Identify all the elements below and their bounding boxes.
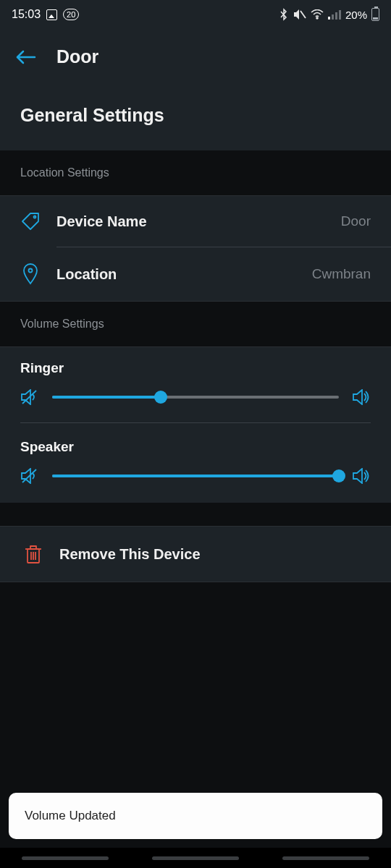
location-settings-list: Device Name Door Location Cwmbran — [0, 195, 391, 302]
header-title: Door — [56, 46, 98, 67]
volume-up-icon[interactable] — [352, 468, 371, 484]
tag-icon — [20, 212, 41, 231]
location-value: Cwmbran — [312, 266, 371, 282]
location-row[interactable]: Location Cwmbran — [0, 247, 391, 301]
volume-mute-icon[interactable] — [20, 468, 39, 484]
ringer-slider[interactable] — [52, 396, 339, 399]
device-name-value: Door — [341, 213, 371, 229]
section-header-location: Location Settings — [0, 150, 391, 195]
volume-up-icon[interactable] — [352, 389, 371, 405]
svg-line-0 — [300, 11, 306, 18]
status-time: 15:03 — [12, 8, 41, 21]
speaker-label: Speaker — [20, 439, 371, 455]
battery-icon — [371, 8, 379, 21]
notification-badge: 20 — [63, 9, 79, 20]
svg-rect-2 — [328, 17, 330, 20]
nav-home[interactable] — [152, 856, 239, 860]
volume-settings: Ringer Speaker — [0, 346, 391, 503]
divider — [20, 422, 371, 423]
signal-icon — [328, 9, 341, 20]
ringer-slider-thumb[interactable] — [154, 391, 167, 404]
toast-text: Volume Updated — [25, 809, 116, 822]
speaker-slider-fill — [52, 475, 339, 477]
back-button[interactable] — [14, 48, 36, 66]
svg-rect-5 — [339, 10, 341, 20]
svg-point-8 — [29, 269, 33, 273]
nav-back[interactable] — [282, 856, 369, 860]
volume-mute-icon[interactable] — [20, 389, 39, 405]
page-title: General Settings — [0, 76, 391, 150]
status-bar: 15:03 20 20% — [0, 0, 391, 29]
bluetooth-icon — [279, 8, 289, 21]
section-header-volume: Volume Settings — [0, 302, 391, 346]
svg-rect-4 — [335, 12, 337, 20]
image-icon — [46, 9, 57, 20]
device-name-row[interactable]: Device Name Door — [0, 196, 391, 247]
toast: Volume Updated — [9, 793, 382, 839]
location-pin-icon — [20, 263, 41, 285]
svg-point-7 — [34, 216, 36, 218]
ringer-slider-fill — [52, 396, 161, 399]
nav-recents[interactable] — [22, 856, 109, 860]
remove-device-label: Remove This Device — [59, 546, 201, 563]
battery-percent: 20% — [345, 9, 367, 21]
svg-point-1 — [316, 17, 318, 19]
remove-device-row[interactable]: Remove This Device — [0, 526, 391, 582]
wifi-icon — [311, 9, 324, 20]
trash-icon — [25, 544, 42, 564]
device-name-label: Device Name — [56, 213, 147, 230]
svg-rect-3 — [332, 14, 334, 20]
android-nav-bar — [0, 848, 391, 868]
ringer-label: Ringer — [20, 360, 371, 376]
location-label: Location — [56, 266, 117, 283]
speaker-slider[interactable] — [52, 475, 339, 477]
speaker-slider-thumb[interactable] — [332, 469, 345, 482]
mute-icon — [293, 9, 306, 20]
